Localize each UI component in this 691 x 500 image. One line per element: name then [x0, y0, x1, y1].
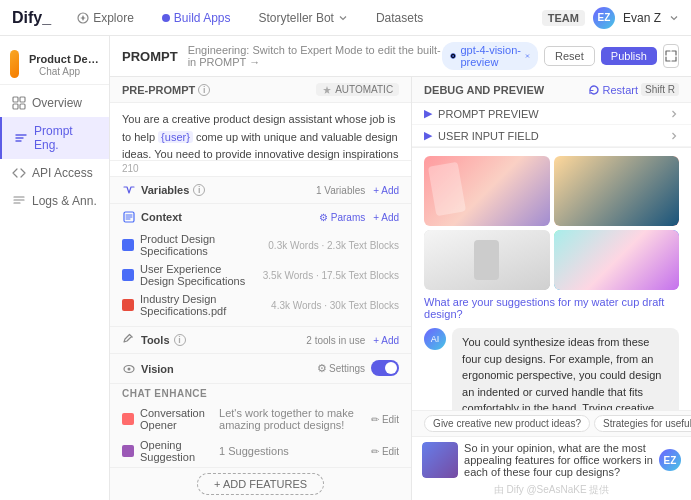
conv-opener-label: Conversation Opener [140, 407, 213, 431]
conv-opener-text: Let's work together to make amazing prod… [219, 407, 365, 431]
nav-storyteller[interactable]: Storyteller Bot [249, 7, 358, 29]
top-nav: Dify_ Explore Build Apps Storyteller Bot… [0, 0, 691, 36]
api-icon [12, 166, 26, 180]
chevron-right-icon [669, 109, 679, 119]
user-avatar-chat: EZ [659, 449, 681, 471]
expand-icon [665, 50, 677, 62]
chip-1[interactable]: Give creative new product ideas? [424, 415, 590, 432]
prompt-preview-row[interactable]: ▶ PROMPT PREVIEW [412, 103, 691, 125]
content-area: PROMPT Engineering: Switch to Expert Mod… [110, 36, 691, 500]
add-features-bar: + ADD FEATURES [110, 467, 411, 500]
doc-row-3: Industry Design Specifications.pdf 4.3k … [122, 290, 399, 320]
vision-toggle[interactable] [371, 360, 399, 376]
thumbnail-placeholder [422, 442, 458, 478]
header-actions: gpt-4-vision-preview Reset Publish [442, 42, 679, 70]
user-input-label: USER INPUT FIELD [438, 130, 665, 142]
toggle-knob [385, 362, 397, 374]
vision-icon [122, 362, 136, 376]
sidebar-item-api-access[interactable]: API Access [0, 159, 109, 187]
svg-point-6 [452, 55, 454, 57]
expand-button[interactable] [663, 44, 679, 68]
chevron-down-icon [338, 13, 348, 23]
bottom-chat: So in your opinion, what are the most ap… [412, 436, 691, 500]
two-panel: PRE-PROMPT i AUTOMATIC You are a creativ… [110, 77, 691, 500]
sidebar-item-logs[interactable]: Logs & Ann. [0, 187, 109, 215]
model-badge[interactable]: gpt-4-vision-preview [442, 42, 538, 70]
pre-prompt-label: PRE-PROMPT i [122, 84, 210, 96]
context-add-button[interactable]: + Add [373, 212, 399, 223]
cup-image-3 [424, 230, 549, 290]
doc-row-2: User Experience Design Specifications 3.… [122, 260, 399, 290]
opening-suggestion-edit[interactable]: ✏ Edit [371, 446, 399, 457]
prompt-textarea[interactable]: You are a creative product design assist… [110, 103, 411, 160]
svg-rect-4 [20, 104, 25, 109]
sidebar-item-prompt-eng[interactable]: Prompt Eng. [0, 117, 109, 159]
user-name: Evan Z [623, 11, 661, 25]
sidebar: Product Design A... Chat App Overview Pr… [0, 36, 110, 500]
close-model-icon[interactable] [525, 52, 530, 60]
logo: Dify_ [12, 9, 51, 27]
overview-icon [12, 96, 26, 110]
chat-question: What are your suggestions for my water c… [424, 296, 679, 320]
user-input-row[interactable]: ▶ USER INPUT FIELD [412, 125, 691, 147]
app-name: Product Design A... [29, 53, 99, 65]
active-dot [162, 14, 170, 22]
tools-count: 2 tools in use [306, 335, 365, 346]
gear-icon: ⚙ [317, 362, 327, 375]
app-icon [10, 50, 19, 78]
chip-2[interactable]: Strategies for useful and pretty product… [594, 415, 691, 432]
variables-header[interactable]: Variables i 1 Variables + Add [110, 177, 411, 203]
variables-section: Variables i 1 Variables + Add [110, 176, 411, 203]
svg-rect-3 [13, 104, 18, 109]
variables-add-button[interactable]: + Add [373, 185, 399, 196]
publish-button[interactable]: Publish [601, 47, 657, 65]
auto-icon [322, 85, 332, 95]
nav-explore[interactable]: Explore [67, 7, 144, 29]
user-chevron-icon [669, 13, 679, 23]
context-body: Product Design Specifications 0.3k Words… [110, 230, 411, 326]
avatar: EZ [593, 7, 615, 29]
doc-name-1: Product Design Specifications [140, 233, 262, 257]
sidebar-item-overview[interactable]: Overview [0, 89, 109, 117]
svg-point-9 [128, 367, 131, 370]
conversation-opener-row: Conversation Opener Let's work together … [110, 403, 411, 435]
reset-button[interactable]: Reset [544, 46, 595, 66]
chat-answer: AI You could synthesize ideas from these… [424, 328, 679, 410]
team-badge: TEAM [542, 10, 585, 26]
doc-meta-2: 3.5k Words · 17.5k Text Blocks [263, 270, 399, 281]
compass-icon [77, 12, 89, 24]
restart-button[interactable]: Restart Shift R [588, 83, 679, 96]
chat-area: What are your suggestions for my water c… [412, 148, 691, 410]
conv-opener-edit[interactable]: ✏ Edit [371, 414, 399, 425]
prompt-title: PROMPT [122, 49, 178, 64]
cup-image-4 [554, 230, 679, 290]
tools-add-button[interactable]: + Add [373, 335, 399, 346]
vision-settings[interactable]: ⚙ Settings [317, 362, 365, 375]
vision-title: Vision [141, 363, 317, 375]
opening-suggestion-icon [122, 445, 134, 457]
auto-badge: AUTOMATIC [316, 83, 399, 96]
pre-prompt-info[interactable]: i [198, 84, 210, 96]
tools-icon [122, 333, 136, 347]
prompt-subtitle: Engineering: Switch to Expert Mode to ed… [188, 44, 443, 68]
app-type: Chat App [29, 66, 99, 77]
nav-build-apps[interactable]: Build Apps [152, 7, 241, 29]
doc-icon-red-1 [122, 299, 134, 311]
context-section: Context ⚙ Params + Add Product Design Sp… [110, 203, 411, 326]
tools-header[interactable]: Tools i 2 tools in use + Add [110, 327, 411, 353]
opening-suggestion-label: Opening Suggestion [140, 439, 213, 463]
context-header[interactable]: Context ⚙ Params + Add [110, 204, 411, 230]
doc-row-1: Product Design Specifications 0.3k Words… [122, 230, 399, 260]
watermark: 由 Dify @SeAsNaKE 提供 [412, 483, 691, 500]
opening-suggestion-row: Opening Suggestion 1 Suggestions ✏ Edit [110, 435, 411, 467]
context-title: Context [141, 211, 319, 223]
prompt-para-1: You are a creative product design assist… [122, 111, 399, 160]
debug-header: DEBUG AND PREVIEW Restart Shift R [412, 77, 691, 103]
add-features-button[interactable]: + ADD FEATURES [197, 473, 324, 495]
doc-icon-blue-2 [122, 269, 134, 281]
variables-icon [122, 183, 136, 197]
tools-info[interactable]: i [174, 334, 186, 346]
variables-info[interactable]: i [193, 184, 205, 196]
tools-section: Tools i 2 tools in use + Add [110, 326, 411, 353]
nav-datasets[interactable]: Datasets [366, 7, 433, 29]
